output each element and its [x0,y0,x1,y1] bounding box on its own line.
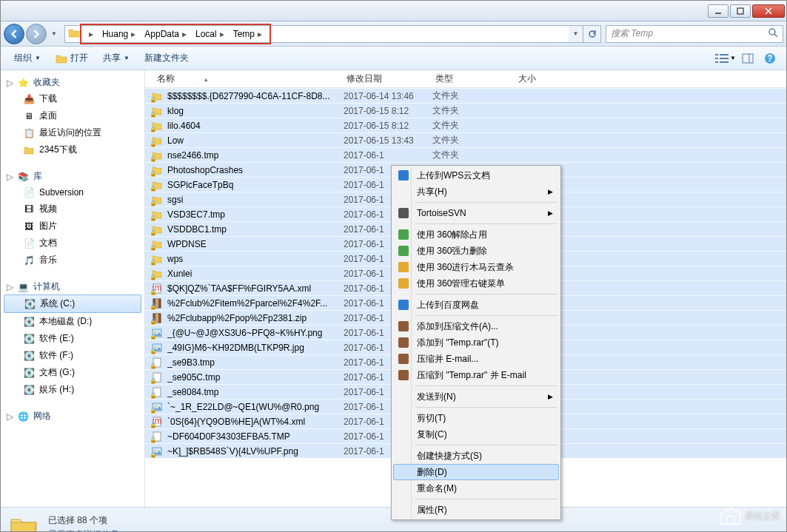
context-menu-item[interactable]: 添加到 "Temp.rar"(T) [393,334,559,351]
file-row[interactable]: 🔒nse2466.tmp2017-06-1文件夹 [145,147,786,162]
address-dropdown[interactable]: ▼ [569,25,583,43]
menu-icon [398,369,409,381]
context-menu-item[interactable]: 共享(H)▶ [393,183,559,200]
svg-rect-44 [398,337,409,348]
sidebar-libraries[interactable]: ▷📚库 [1,169,144,184]
organize-menu[interactable]: 组织▼ [7,48,48,69]
sidebar-item-videos[interactable]: 🎞视频 [1,201,144,218]
sidebar-item-downloads[interactable]: 📥下载 [1,90,144,107]
svg-rect-40 [398,262,409,272]
breadcrumb-item[interactable]: Local▸ [192,26,230,42]
sidebar-item-recent[interactable]: 📋最近访问的位置 [1,124,144,141]
refresh-button[interactable] [583,25,601,43]
sidebar-item-drive-g[interactable]: 💽文档 (G:) [1,364,144,381]
sidebar-item-documents[interactable]: 📄文档 [1,235,144,252]
column-name[interactable]: 名称▴ [151,73,341,85]
sidebar-item-drive-e[interactable]: 💽软件 (E:) [1,330,144,347]
search-input[interactable]: 搜索 Temp [606,25,783,43]
address-bar[interactable]: ▸ Huang▸ AppData▸ Local▸ Temp▸ [64,25,569,43]
sidebar-item-pictures[interactable]: 🖼图片 [1,218,144,235]
file-row[interactable]: 🔒Low2017-06-15 13:43文件夹 [145,132,786,147]
column-size[interactable]: 大小 [512,73,572,85]
history-dropdown-icon[interactable]: ▼ [51,30,57,37]
sidebar-item-2345[interactable]: 2345下载 [1,141,144,158]
breadcrumb-item[interactable]: Temp▸ [230,26,268,42]
file-row[interactable]: 🔒lilo.46042017-06-15 8:12文件夹 [145,118,786,132]
context-menu-item[interactable]: 属性(R) [393,502,559,518]
context-menu-item[interactable]: 使用 360进行木马云查杀 [393,259,559,275]
sidebar-item-drive-h[interactable]: 💽娱乐 (H:) [1,381,144,398]
context-menu-item[interactable]: 上传到百度网盘 [393,297,559,313]
file-icon: 🔒 [151,105,163,117]
menu-icon [398,353,409,365]
context-menu-item[interactable]: 添加到压缩文件(A)... [393,318,559,334]
sidebar-item-drive-c[interactable]: 💽系统 (C:) [4,294,141,313]
context-menu-item[interactable]: 使用 360管理右键菜单 [393,275,559,292]
menu-label: 添加到 "Temp.rar"(T) [417,337,499,349]
sidebar-network[interactable]: ▷🌐网络 [1,408,144,424]
context-menu-item[interactable]: 创建快捷方式(S) [393,448,559,464]
status-more-link[interactable]: 显示更多详细信息... [48,528,127,532]
preview-pane-button[interactable] [737,50,758,67]
sidebar-item-drive-f[interactable]: 💽软件 (F:) [1,347,144,364]
lock-icon: 🔒 [150,111,157,118]
context-menu-item[interactable]: 复制(C) [393,426,559,442]
svg-rect-43 [398,321,409,331]
file-icon: xml🔒 [151,416,163,428]
file-name: _49IG}M6~KH92DMB(LTKP9R.jpg [167,343,344,353]
close-button[interactable] [752,4,785,18]
view-menu[interactable]: ▼ [715,50,736,67]
sidebar-computer[interactable]: ▷💻计算机 [1,279,144,294]
lock-icon: 🔒 [150,303,157,310]
sidebar: ▷⭐收藏夹 📥下载 🖥桌面 📋最近访问的位置 2345下载 ▷📚库 📄Subve… [1,70,145,507]
share-menu[interactable]: 共享▼ [96,48,137,69]
context-menu-item[interactable]: 发送到(N)▶ [393,388,559,405]
drive-icon: 💽 [23,333,35,345]
file-icon: 🔒 [151,357,163,368]
breadcrumb-item[interactable]: AppData▸ [141,26,192,42]
svg-rect-42 [398,300,409,310]
file-name: ~K]_]$RB548S`V){4LV%UPF.png [167,446,344,457]
menu-label: 删除(D) [417,466,447,479]
svg-rect-11 [720,61,729,63]
column-type[interactable]: 类型 [429,73,512,85]
file-row[interactable]: 🔒$$$$$$$$.{D6277990-4C6A-11CF-8D8...2017… [145,88,786,103]
desktop-icon: 🖥 [23,110,35,122]
context-menu-item[interactable]: 剪切(T) [393,410,559,426]
sidebar-item-drive-d[interactable]: 💽本地磁盘 (D:) [1,313,144,330]
menu-icon [398,320,409,332]
context-menu-item[interactable]: 压缩并 E-mail... [393,351,559,367]
file-name: klog [167,106,344,116]
sort-asc-icon: ▴ [204,75,208,83]
minimize-button[interactable] [708,4,729,18]
sidebar-item-subversion[interactable]: 📄Subversion [1,184,144,201]
recent-icon: 📋 [23,127,35,139]
breadcrumb-sep[interactable]: ▸ [83,26,99,42]
context-menu-item[interactable]: TortoiseSVN▶ [393,205,559,221]
sidebar-item-music[interactable]: 🎵音乐 [1,252,144,269]
svg-rect-10 [715,61,718,63]
open-button[interactable]: 打开 [48,48,96,69]
help-button[interactable]: ? [760,50,780,67]
file-icon: 🔒 [151,342,163,354]
context-menu-item[interactable]: 上传到WPS云文档 [393,167,559,183]
breadcrumb-item[interactable]: Huang▸ [99,26,141,42]
maximize-button[interactable] [730,4,751,18]
back-button[interactable] [4,24,24,44]
new-folder-button[interactable]: 新建文件夹 [137,48,196,69]
column-date[interactable]: 修改日期 [341,73,429,85]
file-row[interactable]: 🔒klog2017-06-15 8:12文件夹 [145,103,786,118]
menu-label: 剪切(T) [417,412,446,425]
context-menu-item[interactable]: 使用 360强力删除 [393,243,559,259]
sidebar-item-desktop[interactable]: 🖥桌面 [1,107,144,124]
file-type: 文件夹 [432,90,515,102]
sidebar-favorites[interactable]: ▷⭐收藏夹 [1,75,144,90]
lock-icon: 🔒 [150,289,157,295]
forward-button[interactable] [26,24,47,44]
context-menu-item[interactable]: 重命名(M) [393,480,559,496]
file-icon: 📄 [23,186,35,198]
document-icon: 📄 [23,238,35,249]
context-menu-item[interactable]: 使用 360解除占用 [393,226,559,243]
context-menu-item[interactable]: 删除(D) [393,464,559,480]
context-menu-item[interactable]: 压缩到 "Temp.rar" 并 E-mail [393,367,559,383]
